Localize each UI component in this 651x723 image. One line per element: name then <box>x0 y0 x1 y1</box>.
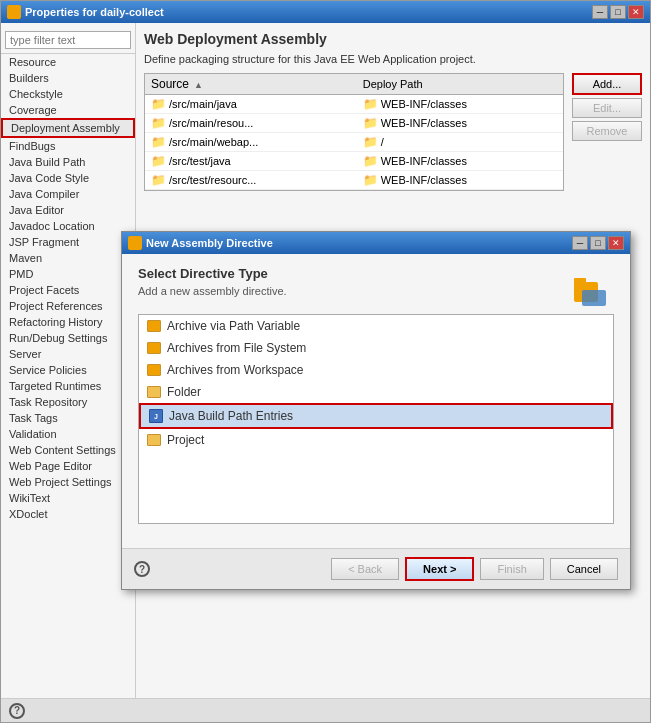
folder-icon <box>147 434 161 446</box>
window-title: Properties for daily-collect <box>25 6 164 18</box>
modal-minimize-button[interactable]: ─ <box>572 236 588 250</box>
deploy-path-cell: 📁WEB-INF/classes <box>357 171 563 190</box>
sidebar-item-resource[interactable]: Resource <box>1 54 135 70</box>
sidebar-item-checkstyle[interactable]: Checkstyle <box>1 86 135 102</box>
sidebar-item-web-page-editor[interactable]: Web Page Editor <box>1 458 135 474</box>
modal-decorative-icon <box>566 266 614 314</box>
deploy-path-cell: 📁/ <box>357 133 563 152</box>
sidebar-item-targeted-runtimes[interactable]: Targeted Runtimes <box>1 378 135 394</box>
help-button[interactable]: ? <box>9 703 25 719</box>
modal-subtext: Add a new assembly directive. <box>138 285 287 297</box>
deploy-path-cell: 📁WEB-INF/classes <box>357 114 563 133</box>
directive-label: Archives from File System <box>167 341 306 355</box>
deploy-path-cell: 📁WEB-INF/classes <box>357 95 563 114</box>
archive-icon <box>147 342 161 354</box>
sidebar-item-wikitext[interactable]: WikiText <box>1 490 135 506</box>
col-deploy-path: Deploy Path <box>357 74 563 95</box>
sidebar-item-java-build-path[interactable]: Java Build Path <box>1 154 135 170</box>
content-description: Define packaging structure for this Java… <box>144 53 642 65</box>
directive-item-archives-filesystem[interactable]: Archives from File System <box>139 337 613 359</box>
modal-close-button[interactable]: ✕ <box>608 236 624 250</box>
directive-label: Project <box>167 433 204 447</box>
sidebar-item-pmd[interactable]: PMD <box>1 266 135 282</box>
modal-body: Select Directive Type Add a new assembly… <box>122 254 630 548</box>
sidebar-item-deployment-assembly[interactable]: Deployment Assembly <box>1 118 135 138</box>
sidebar-item-server[interactable]: Server <box>1 346 135 362</box>
sidebar-item-maven[interactable]: Maven <box>1 250 135 266</box>
directive-item-archives-workspace[interactable]: Archives from Workspace <box>139 359 613 381</box>
table-row[interactable]: 📁/src/test/java 📁WEB-INF/classes <box>145 152 563 171</box>
archive-icon <box>147 364 161 376</box>
directive-item-project[interactable]: Project <box>139 429 613 451</box>
minimize-button[interactable]: ─ <box>592 5 608 19</box>
folder-icon <box>147 386 161 398</box>
sidebar-item-project-references[interactable]: Project References <box>1 298 135 314</box>
directive-item-archive-path-variable[interactable]: Archive via Path Variable <box>139 315 613 337</box>
modal-help-button[interactable]: ? <box>134 561 150 577</box>
add-button[interactable]: Add... <box>572 73 642 95</box>
modal-heading: Select Directive Type <box>138 266 287 281</box>
java-icon: J <box>149 409 163 423</box>
table-row[interactable]: 📁/src/main/webap... 📁/ <box>145 133 563 152</box>
sidebar-item-run-debug-settings[interactable]: Run/Debug Settings <box>1 330 135 346</box>
source-cell: 📁/src/main/resou... <box>145 114 357 133</box>
finish-button[interactable]: Finish <box>480 558 543 580</box>
sidebar-item-service-policies[interactable]: Service Policies <box>1 362 135 378</box>
sidebar-item-xdoclet[interactable]: XDoclet <box>1 506 135 522</box>
modal-footer-buttons: < Back Next > Finish Cancel <box>331 557 618 581</box>
title-bar: Properties for daily-collect ─ □ ✕ <box>1 1 650 23</box>
svg-rect-1 <box>574 278 586 284</box>
sidebar-item-refactoring-history[interactable]: Refactoring History <box>1 314 135 330</box>
sidebar-item-task-tags[interactable]: Task Tags <box>1 410 135 426</box>
archive-icon <box>147 320 161 332</box>
deploy-path-cell: 📁WEB-INF/classes <box>357 152 563 171</box>
sidebar-item-jsp-fragment[interactable]: JSP Fragment <box>1 234 135 250</box>
source-cell: 📁/src/test/java <box>145 152 357 171</box>
sidebar-item-builders[interactable]: Builders <box>1 70 135 86</box>
table-row[interactable]: 📁/src/main/java 📁WEB-INF/classes <box>145 95 563 114</box>
edit-button[interactable]: Edit... <box>572 98 642 118</box>
sidebar-item-java-compiler[interactable]: Java Compiler <box>1 186 135 202</box>
remove-button[interactable]: Remove <box>572 121 642 141</box>
modal-title-left: New Assembly Directive <box>128 236 273 250</box>
directive-list[interactable]: Archive via Path VariableArchives from F… <box>138 314 614 524</box>
sidebar-filter-container <box>1 27 135 54</box>
source-cell: 📁/src/main/java <box>145 95 357 114</box>
sidebar: ResourceBuildersCheckstyleCoverageDeploy… <box>1 23 136 722</box>
modal-footer: ? < Back Next > Finish Cancel <box>122 548 630 589</box>
sidebar-item-web-content-settings[interactable]: Web Content Settings <box>1 442 135 458</box>
sidebar-item-java-code-style[interactable]: Java Code Style <box>1 170 135 186</box>
content-title: Web Deployment Assembly <box>144 31 642 47</box>
svg-rect-2 <box>582 290 606 306</box>
close-button[interactable]: ✕ <box>628 5 644 19</box>
window-controls: ─ □ ✕ <box>592 5 644 19</box>
sidebar-item-web-project-settings[interactable]: Web Project Settings <box>1 474 135 490</box>
sidebar-item-validation[interactable]: Validation <box>1 426 135 442</box>
sidebar-item-findbugs[interactable]: FindBugs <box>1 138 135 154</box>
back-button[interactable]: < Back <box>331 558 399 580</box>
sidebar-item-task-repository[interactable]: Task Repository <box>1 394 135 410</box>
directive-label: Archives from Workspace <box>167 363 303 377</box>
cancel-button[interactable]: Cancel <box>550 558 618 580</box>
sidebar-item-java-editor[interactable]: Java Editor <box>1 202 135 218</box>
modal-maximize-button[interactable]: □ <box>590 236 606 250</box>
sidebar-item-project-facets[interactable]: Project Facets <box>1 282 135 298</box>
main-window: Properties for daily-collect ─ □ ✕ Resou… <box>0 0 651 723</box>
sidebar-item-javadoc-location[interactable]: Javadoc Location <box>1 218 135 234</box>
table-row[interactable]: 📁/src/test/resourc... 📁WEB-INF/classes <box>145 171 563 190</box>
assembly-table-body: 📁/src/main/java 📁WEB-INF/classes 📁/src/m… <box>145 95 563 190</box>
assembly-table: Source ▲ Deploy Path 📁/src/main/java 📁WE… <box>145 74 563 190</box>
bottom-bar: ? <box>1 698 650 722</box>
table-row[interactable]: 📁/src/main/resou... 📁WEB-INF/classes <box>145 114 563 133</box>
modal-title: New Assembly Directive <box>146 237 273 249</box>
modal-dialog: New Assembly Directive ─ □ ✕ Select Dire… <box>121 231 631 590</box>
directive-label: Archive via Path Variable <box>167 319 300 333</box>
maximize-button[interactable]: □ <box>610 5 626 19</box>
directive-item-java-build-path-entries[interactable]: JJava Build Path Entries <box>139 403 613 429</box>
col-source: Source ▲ <box>145 74 357 95</box>
app-icon <box>7 5 21 19</box>
filter-input[interactable] <box>5 31 131 49</box>
sidebar-item-coverage[interactable]: Coverage <box>1 102 135 118</box>
directive-item-folder[interactable]: Folder <box>139 381 613 403</box>
next-button[interactable]: Next > <box>405 557 474 581</box>
